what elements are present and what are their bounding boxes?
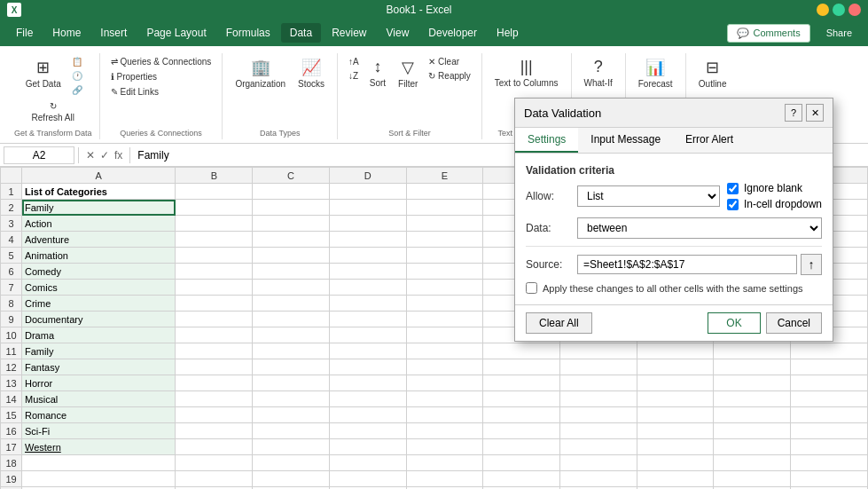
cell[interactable] (253, 407, 330, 423)
dialog-tab-error-alert[interactable]: Error Alert (673, 128, 746, 153)
cell[interactable] (176, 312, 253, 327)
cell[interactable] (406, 296, 483, 312)
cell[interactable] (176, 280, 253, 296)
row-header-17[interactable]: 17 (1, 439, 22, 455)
cell[interactable] (560, 343, 637, 359)
cell[interactable] (176, 407, 253, 423)
cell[interactable] (329, 296, 406, 312)
ok-button[interactable]: OK (708, 312, 760, 334)
existing-connections-button[interactable]: 🔗 (68, 83, 86, 97)
cancel-formula-icon[interactable]: ✕ (86, 149, 95, 162)
cell[interactable] (253, 375, 330, 391)
cell[interactable] (791, 439, 868, 455)
cell[interactable] (253, 327, 330, 343)
insert-function-icon[interactable]: fx (114, 149, 122, 162)
cell[interactable] (329, 232, 406, 248)
cell[interactable] (406, 264, 483, 280)
row-header-13[interactable]: 13 (1, 375, 22, 391)
cell[interactable] (483, 471, 560, 487)
cell[interactable] (253, 296, 330, 312)
cell[interactable] (176, 375, 253, 391)
cell[interactable] (560, 471, 637, 487)
sort-ascending-button[interactable]: ↑A (345, 55, 363, 68)
cell[interactable]: Crime (22, 296, 176, 312)
cell[interactable] (253, 264, 330, 280)
col-header-e[interactable]: E (406, 168, 483, 184)
cell[interactable] (637, 375, 714, 391)
cell[interactable] (329, 327, 406, 343)
row-header-2[interactable]: 2 (1, 200, 22, 216)
cell[interactable] (714, 471, 791, 487)
get-data-button[interactable]: ⊞ Get Data (20, 55, 66, 97)
share-button[interactable]: Share (817, 25, 861, 41)
row-header-10[interactable]: 10 (1, 327, 22, 343)
cell[interactable] (637, 455, 714, 471)
menu-home[interactable]: Home (43, 23, 90, 43)
cell[interactable] (791, 375, 868, 391)
cell[interactable] (791, 343, 868, 359)
queries-connections-button[interactable]: ⇌ Queries & Connections (107, 55, 215, 68)
col-header-c[interactable]: C (253, 168, 330, 184)
cell[interactable] (329, 471, 406, 487)
cell[interactable] (329, 248, 406, 264)
forecast-button[interactable]: 📊 Forecast (633, 55, 678, 91)
cell[interactable]: Romance (22, 407, 176, 423)
cell[interactable] (253, 184, 330, 200)
cell[interactable] (637, 423, 714, 439)
cell[interactable] (406, 312, 483, 327)
cell[interactable] (329, 200, 406, 216)
row-header-9[interactable]: 9 (1, 312, 22, 327)
cell[interactable] (176, 471, 253, 487)
cell[interactable] (176, 439, 253, 455)
cell[interactable] (176, 359, 253, 375)
cell[interactable] (176, 248, 253, 264)
cell[interactable]: List of Categories (22, 184, 176, 200)
cell[interactable] (253, 471, 330, 487)
organization-button[interactable]: 🏢 Organization (230, 55, 291, 91)
cell[interactable] (483, 343, 560, 359)
data-select[interactable]: between (577, 217, 822, 239)
cell[interactable] (406, 327, 483, 343)
cell[interactable] (406, 375, 483, 391)
cell[interactable] (176, 232, 253, 248)
edit-links-button[interactable]: ✎ Edit Links (107, 85, 215, 99)
cell[interactable] (22, 455, 176, 471)
cell[interactable] (176, 296, 253, 312)
cell[interactable] (791, 455, 868, 471)
confirm-formula-icon[interactable]: ✓ (100, 149, 109, 162)
row-header-11[interactable]: 11 (1, 343, 22, 359)
name-box[interactable] (4, 146, 74, 164)
cell[interactable] (176, 327, 253, 343)
cell[interactable] (253, 439, 330, 455)
clear-all-button[interactable]: Clear All (526, 312, 592, 334)
cell[interactable] (714, 391, 791, 407)
recent-sources-button[interactable]: 🕐 (68, 69, 86, 83)
dialog-tab-settings[interactable]: Settings (515, 128, 578, 153)
row-header-5[interactable]: 5 (1, 248, 22, 264)
cell[interactable] (406, 471, 483, 487)
cell[interactable]: Comedy (22, 264, 176, 280)
cell[interactable] (22, 471, 176, 487)
cell[interactable] (560, 359, 637, 375)
apply-changes-checkbox[interactable] (526, 282, 537, 294)
row-header-14[interactable]: 14 (1, 391, 22, 407)
cell[interactable] (406, 359, 483, 375)
cell[interactable] (560, 439, 637, 455)
cell[interactable]: Animation (22, 248, 176, 264)
cell[interactable] (253, 248, 330, 264)
cell[interactable] (406, 455, 483, 471)
cell[interactable] (329, 184, 406, 200)
allow-select[interactable]: List (577, 185, 720, 207)
close-button[interactable] (848, 4, 861, 16)
cell[interactable] (714, 407, 791, 423)
cell[interactable] (714, 359, 791, 375)
menu-insert[interactable]: Insert (91, 23, 136, 43)
clear-filter-button[interactable]: ✕ Clear (425, 55, 473, 68)
cell[interactable]: Documentary (22, 312, 176, 327)
cell[interactable] (637, 407, 714, 423)
cell[interactable] (329, 216, 406, 232)
menu-page-layout[interactable]: Page Layout (137, 23, 215, 43)
row-header-7[interactable]: 7 (1, 280, 22, 296)
row-header-15[interactable]: 15 (1, 407, 22, 423)
menu-file[interactable]: File (7, 23, 42, 43)
